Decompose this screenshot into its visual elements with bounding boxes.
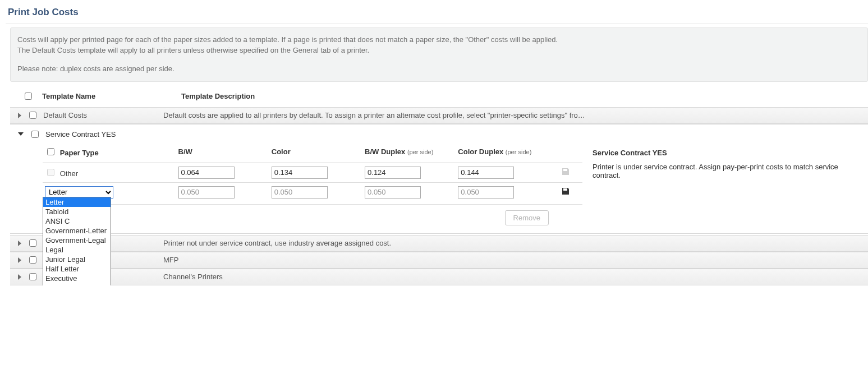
template-name-label: Default Costs [43,111,163,119]
chevron-right-icon [18,274,21,280]
paper-option-tabloid[interactable]: Tabloid [43,207,111,216]
template-description-label: Printer not under service contract, use … [163,239,868,247]
cost-table-area: Paper Type B/W Color B/W Duplex (per sid… [10,143,582,228]
remove-row: Remove [43,204,582,228]
template-checkbox-service-contract-no[interactable] [29,239,36,247]
remove-button[interactable]: Remove [505,210,549,225]
template-checkbox-channels-printers[interactable] [29,273,36,280]
template-description-label: Channel's Printers [163,273,868,281]
bw-input-other[interactable] [178,167,235,179]
cost-row-other: Other [43,163,582,182]
bw-duplex-input-other[interactable] [365,167,421,179]
col-header-color-duplex: Color Duplex [458,147,503,156]
info-box: Costs will apply per printed page for ea… [10,27,868,82]
side-panel-description: Printer is under service contract. Assig… [593,163,862,179]
chevron-right-icon [18,257,21,263]
template-row-service-contract-yes[interactable]: Service Contract YES [10,124,868,143]
save-icon[interactable] [561,187,570,196]
info-line-3: Please note: duplex costs are assigned p… [17,64,861,75]
bw-duplex-input-new[interactable] [365,186,421,198]
col-header-bw-duplex: B/W Duplex [365,147,405,156]
chevron-down-icon [18,132,24,136]
color-duplex-input-other[interactable] [458,167,514,179]
col-header-bw: B/W [176,143,269,163]
paper-type-dropdown-list[interactable]: Letter Tabloid ANSI C Government-Letter … [43,197,111,285]
header-template-description: Template Description [181,92,868,100]
template-row-mfp[interactable]: M MFP [10,252,868,269]
template-row-service-contract-no[interactable]: S Printer not under service contract, us… [10,235,868,252]
paper-option-junior-legal[interactable]: Junior Legal [43,255,111,264]
paper-type-label: Other [60,169,79,178]
cost-row-new: Letter [43,182,582,202]
template-row-channels-printers[interactable]: C Channel's Printers [10,269,868,285]
bw-input-new[interactable] [178,186,235,198]
col-header-color-duplex-suffix: (per side) [506,149,531,155]
template-checkbox-mfp[interactable] [29,256,36,264]
paper-option-legal[interactable]: Legal [43,245,111,255]
template-expanded-panel: Paper Type B/W Color B/W Duplex (per sid… [10,143,868,234]
info-line-2: The Default Costs template will apply to… [17,45,861,56]
table-header-row: Template Name Template Description [6,85,868,107]
cost-table: Paper Type B/W Color B/W Duplex (per sid… [43,143,582,202]
template-checkbox-service-contract-yes[interactable] [31,131,39,138]
template-row-default-costs[interactable]: Default Costs Default costs are applied … [10,107,868,124]
template-description-label: MFP [163,256,868,264]
paper-option-government-legal[interactable]: Government-Legal [43,236,111,245]
paper-option-executive[interactable]: Executive [43,274,111,283]
chevron-right-icon [18,241,21,246]
side-panel-title: Service Contract YES [593,149,862,157]
paper-option-government-letter[interactable]: Government-Letter [43,226,111,236]
paper-option-half-letter[interactable]: Half Letter [43,264,111,274]
color-input-other[interactable] [272,167,328,179]
color-duplex-input-new[interactable] [458,186,514,198]
header-template-name: Template Name [42,92,181,100]
chevron-right-icon [18,113,21,118]
save-icon [561,167,570,176]
template-checkbox-default-costs[interactable] [29,112,36,119]
page-title: Print Job Costs [8,7,868,18]
col-header-bw-duplex-suffix: (per side) [407,149,433,155]
template-side-panel: Service Contract YES Printer is under se… [582,143,868,228]
info-line-1: Costs will apply per printed page for ea… [17,35,861,45]
cost-select-all-checkbox[interactable] [47,148,54,155]
paper-option-ansi-c[interactable]: ANSI C [43,216,111,226]
select-all-checkbox[interactable] [25,93,32,100]
col-header-paper-type: Paper Type [60,149,99,157]
paper-option-a0[interactable]: A0 [43,283,111,285]
template-name-label: Service Contract YES [45,130,116,138]
color-input-new[interactable] [272,186,328,198]
template-description-label: Default costs are applied to all printer… [163,111,868,119]
divider [6,24,868,24]
paper-option-letter[interactable]: Letter [43,197,111,207]
cost-row-checkbox-other [47,169,54,176]
col-header-color: Color [269,143,362,163]
